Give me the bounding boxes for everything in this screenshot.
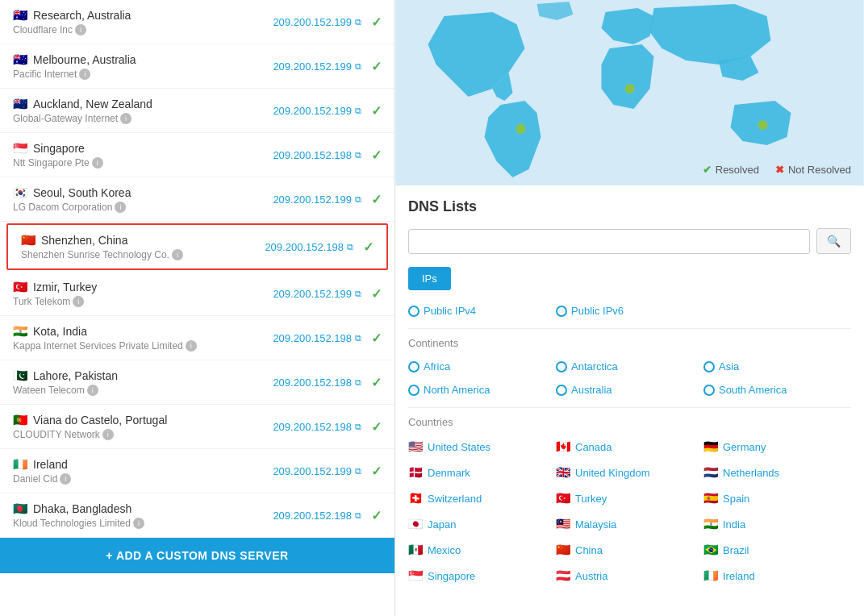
server-provider: LG Dacom Corporation i: [13, 202, 273, 213]
flag-icon: 🇯🇵: [408, 517, 424, 531]
globe-icon: [408, 385, 419, 396]
status-icon: ✓: [371, 331, 382, 346]
list-item[interactable]: Public IPv6: [556, 302, 703, 320]
dns-search-input[interactable]: [408, 229, 810, 254]
external-link-icon[interactable]: ⧉: [355, 289, 361, 299]
external-link-icon[interactable]: ⧉: [355, 422, 361, 432]
list-item[interactable]: 🇦🇹Austria: [556, 565, 703, 586]
list-item[interactable]: 🇨🇳China: [556, 539, 703, 560]
external-link-icon[interactable]: ⧉: [355, 17, 361, 27]
list-item[interactable]: 🇪🇸Spain: [703, 488, 851, 509]
list-item[interactable]: 🇩🇪Germany: [703, 436, 851, 457]
server-ip: 209.200.152.198 ⧉: [273, 149, 361, 161]
flag-icon: 🇧🇩: [13, 502, 28, 516]
search-button[interactable]: 🔍: [816, 228, 851, 254]
list-item[interactable]: 🇮🇳India: [703, 514, 851, 535]
list-item[interactable]: 🇩🇰Denmark: [408, 462, 556, 483]
list-item[interactable]: 🇲🇽Mexico: [408, 539, 556, 560]
info-icon[interactable]: i: [186, 340, 197, 352]
info-icon[interactable]: i: [115, 202, 126, 213]
external-link-icon[interactable]: ⧉: [355, 510, 361, 521]
server-ip: 209.200.152.198 ⧉: [273, 377, 361, 389]
external-link-icon[interactable]: ⧉: [355, 333, 361, 343]
list-item[interactable]: 🇬🇧United Kingdom: [556, 462, 703, 483]
add-custom-dns-button[interactable]: + ADD A CUSTOM DNS SERVER: [0, 538, 394, 573]
status-icon: ✓: [371, 286, 382, 302]
status-icon: ✓: [371, 375, 382, 390]
external-link-icon[interactable]: ⧉: [355, 106, 361, 116]
list-item[interactable]: Australia: [556, 381, 703, 399]
list-item[interactable]: Africa: [408, 357, 556, 376]
list-item[interactable]: 🇨🇦Canada: [556, 436, 703, 457]
list-item[interactable]: 🇨🇭Switzerland: [408, 488, 556, 509]
list-item[interactable]: 🇲🇾Malaysia: [556, 514, 703, 535]
external-link-icon[interactable]: ⧉: [355, 150, 361, 160]
status-icon: ✓: [371, 148, 382, 163]
flag-icon: 🇲🇽: [408, 543, 424, 557]
external-link-icon[interactable]: ⧉: [355, 466, 361, 477]
info-icon[interactable]: i: [60, 473, 71, 485]
list-item[interactable]: 🇯🇵Japan: [408, 514, 556, 535]
info-icon[interactable]: i: [79, 69, 90, 80]
server-info: 🇵🇹 Viana do Castelo, Portugal CLOUDITY N…: [13, 413, 273, 440]
list-item[interactable]: North America: [408, 381, 556, 399]
list-item[interactable]: 🇺🇸United States: [408, 436, 556, 457]
external-link-icon[interactable]: ⧉: [355, 61, 361, 72]
table-row: 🇨🇳 Shenzhen, China Shenzhen Sunrise Tech…: [6, 223, 388, 270]
info-icon[interactable]: i: [133, 518, 144, 529]
table-row: 🇦🇺 Melbourne, Australia Pacific Internet…: [0, 44, 394, 89]
status-icon: ✓: [371, 464, 382, 479]
server-name: 🇵🇰 Lahore, Pakistan: [13, 368, 273, 383]
svg-point-3: [758, 120, 768, 130]
server-info: 🇮🇪 Ireland Daniel Cid i: [13, 457, 273, 485]
flag-icon: 🇸🇬: [408, 568, 424, 583]
server-name: 🇵🇹 Viana do Castelo, Portugal: [13, 413, 273, 427]
flag-icon: 🇳🇿: [13, 97, 28, 111]
flag-icon: 🇧🇷: [703, 543, 719, 557]
table-row: 🇵🇰 Lahore, Pakistan Wateen Telecom i 209…: [0, 360, 394, 405]
server-info: 🇵🇰 Lahore, Pakistan Wateen Telecom i: [13, 368, 273, 396]
flag-icon: 🇪🇸: [703, 491, 719, 506]
server-provider: Pacific Internet i: [13, 69, 273, 80]
flag-icon: 🇳🇱: [703, 465, 719, 480]
list-item[interactable]: Antarctica: [556, 357, 703, 376]
server-provider: CLOUDITY Network i: [13, 429, 273, 440]
list-item[interactable]: South America: [703, 381, 851, 399]
server-ip: 209.200.152.198 ⧉: [265, 241, 353, 253]
server-ip: 209.200.152.199 ⧉: [273, 16, 361, 28]
ips-tab[interactable]: IPs: [408, 267, 451, 290]
list-item[interactable]: 🇮🇪Ireland: [703, 565, 851, 586]
flag-icon: 🇹🇷: [556, 491, 571, 506]
table-row: 🇮🇳 Kota, India Kappa Internet Services P…: [0, 316, 394, 360]
list-item[interactable]: 🇳🇱Netherlands: [703, 462, 851, 483]
flag-icon: 🇮🇪: [703, 568, 719, 583]
server-name: 🇨🇳 Shenzhen, China: [21, 233, 265, 248]
server-name: 🇮🇪 Ireland: [13, 457, 273, 472]
server-ip: 209.200.152.198 ⧉: [273, 421, 361, 433]
server-ip: 209.200.152.199 ⧉: [273, 194, 361, 206]
external-link-icon[interactable]: ⧉: [355, 194, 361, 205]
external-link-icon[interactable]: ⧉: [347, 242, 353, 252]
status-icon: ✓: [371, 508, 382, 523]
info-icon[interactable]: i: [75, 24, 86, 35]
list-item[interactable]: 🇸🇬Singapore: [408, 565, 556, 586]
flag-icon: 🇩🇰: [408, 465, 424, 480]
info-icon[interactable]: i: [87, 385, 98, 396]
server-name: 🇦🇺 Melbourne, Australia: [13, 52, 273, 67]
dns-lists-panel: ✔ Resolved ✖ Not Resolved DNS Lists 🔍 IP…: [395, 0, 864, 616]
list-item[interactable]: 🇧🇷Brazil: [703, 539, 851, 560]
flag-icon: 🇮🇳: [703, 517, 719, 531]
info-icon[interactable]: i: [172, 249, 183, 260]
info-icon[interactable]: i: [92, 157, 103, 169]
info-icon[interactable]: i: [102, 429, 114, 440]
flag-icon: 🇵🇹: [13, 413, 28, 427]
flag-icon: 🇸🇬: [13, 141, 28, 156]
info-icon[interactable]: i: [120, 113, 131, 124]
external-link-icon[interactable]: ⧉: [355, 377, 361, 388]
info-icon[interactable]: i: [73, 296, 84, 307]
list-item[interactable]: 🇹🇷Turkey: [556, 488, 703, 509]
globe-icon: [703, 385, 715, 396]
server-info: 🇰🇷 Seoul, South Korea LG Dacom Corporati…: [13, 185, 273, 213]
list-item[interactable]: Public IPv4: [408, 302, 556, 320]
list-item[interactable]: Asia: [703, 357, 851, 376]
